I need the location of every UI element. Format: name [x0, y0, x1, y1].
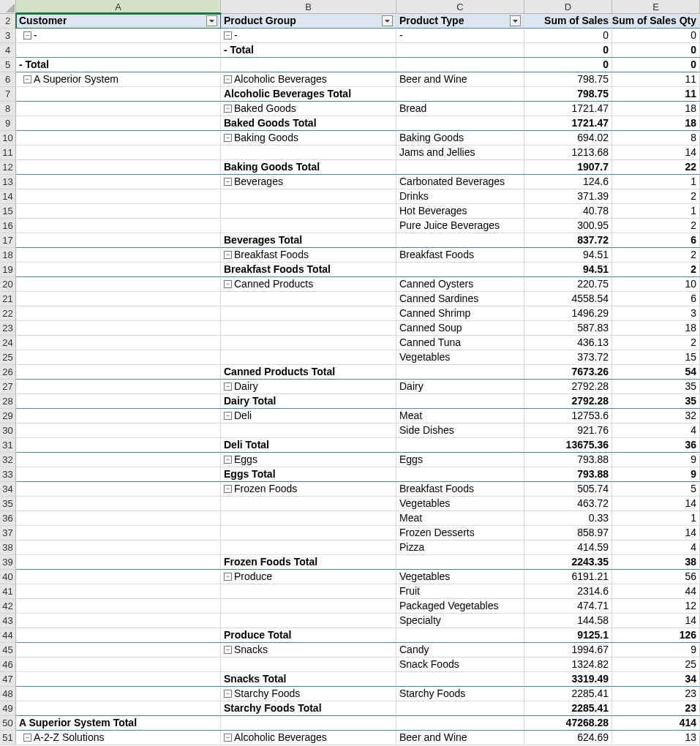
cell-sum-sales[interactable]: 798.75 — [524, 72, 612, 87]
cell-sum-qty[interactable]: 6 — [612, 292, 700, 306]
column-header-D[interactable]: D — [524, 0, 612, 14]
cell-sum-sales[interactable]: 1721.47 — [524, 116, 612, 131]
cell-customer[interactable] — [16, 467, 221, 482]
cell-product-type[interactable] — [396, 116, 524, 131]
collapse-customer[interactable]: − — [23, 31, 31, 39]
cell-sum-qty[interactable]: 126 — [612, 628, 700, 643]
cell-customer[interactable] — [16, 628, 221, 643]
cell-sum-sales[interactable]: 1907.7 — [524, 160, 612, 175]
cell-customer[interactable] — [16, 511, 221, 526]
cell-customer[interactable]: −A Superior System — [16, 72, 221, 87]
cell-sum-qty[interactable]: 11 — [612, 87, 700, 102]
cell-sum-sales[interactable]: 587.83 — [524, 321, 612, 336]
cell-sum-sales[interactable]: 9125.1 — [524, 628, 612, 643]
cell-product-group[interactable] — [221, 511, 396, 526]
pivot-header-sum-qty[interactable]: Sum of Sales Qty — [612, 14, 700, 29]
row-header[interactable]: 35 — [0, 497, 16, 511]
row-header[interactable]: 20 — [0, 277, 16, 292]
filter-customer[interactable] — [206, 15, 217, 26]
cell-product-type[interactable]: Snack Foods — [396, 658, 524, 672]
cell-product-type[interactable]: Vegetables — [396, 570, 524, 584]
cell-sum-sales[interactable]: 13675.36 — [524, 438, 612, 453]
cell-sum-sales[interactable]: 2314.6 — [524, 584, 612, 599]
cell-product-type[interactable] — [396, 233, 524, 248]
cell-sum-qty[interactable]: 1 — [612, 175, 700, 189]
cell-product-group[interactable]: Canned Products Total — [221, 365, 396, 380]
cell-sum-qty[interactable]: 2 — [612, 263, 700, 277]
cell-sum-sales[interactable]: 371.39 — [524, 189, 612, 204]
cell-product-group[interactable]: Beverages Total — [221, 233, 396, 248]
cell-sum-qty[interactable]: 2 — [612, 248, 700, 263]
cell-product-type[interactable] — [396, 672, 524, 687]
cell-product-group[interactable]: Snacks Total — [221, 672, 396, 687]
row-header[interactable]: 45 — [0, 643, 16, 658]
cell-customer[interactable] — [16, 643, 221, 658]
cell-product-type[interactable]: Meat — [396, 409, 524, 423]
cell-product-group[interactable] — [221, 306, 396, 321]
column-header-B[interactable]: B — [221, 0, 396, 14]
cell-sum-sales[interactable]: 1994.67 — [524, 643, 612, 658]
cell-sum-qty[interactable]: 56 — [612, 570, 700, 584]
cell-customer[interactable] — [16, 160, 221, 175]
cell-product-type[interactable]: Starchy Foods — [396, 687, 524, 701]
cell-customer[interactable] — [16, 175, 221, 189]
collapse-product-group[interactable]: − — [224, 412, 232, 420]
cell-sum-sales[interactable]: 624.69 — [524, 731, 612, 745]
cell-sum-sales[interactable]: 463.72 — [524, 497, 612, 511]
cell-product-group[interactable] — [221, 658, 396, 672]
row-header[interactable]: 19 — [0, 263, 16, 277]
cell-customer[interactable] — [16, 540, 221, 555]
cell-product-group[interactable] — [221, 716, 396, 731]
row-header[interactable]: 42 — [0, 599, 16, 614]
cell-product-group[interactable] — [221, 146, 396, 160]
cell-product-group[interactable]: −Breakfast Foods — [221, 248, 396, 263]
cell-sum-sales[interactable]: 1213.68 — [524, 146, 612, 160]
row-header[interactable]: 22 — [0, 306, 16, 321]
cell-product-group[interactable] — [221, 350, 396, 365]
cell-product-group[interactable] — [221, 497, 396, 511]
row-header[interactable]: 38 — [0, 540, 16, 555]
cell-customer[interactable] — [16, 204, 221, 219]
cell-customer[interactable] — [16, 453, 221, 467]
cell-sum-qty[interactable]: 44 — [612, 584, 700, 599]
collapse-product-group[interactable]: − — [224, 485, 232, 493]
cell-sum-sales[interactable]: 2243.35 — [524, 555, 612, 570]
cell-product-group[interactable]: −Alcoholic Beverages — [221, 72, 396, 87]
cell-sum-sales[interactable]: 1324.82 — [524, 658, 612, 672]
cell-product-type[interactable]: Packaged Vegetables — [396, 599, 524, 614]
cell-product-group[interactable]: −Starchy Foods — [221, 687, 396, 701]
collapse-product-group[interactable]: − — [224, 280, 232, 288]
cell-customer[interactable] — [16, 423, 221, 438]
cell-sum-sales[interactable]: 373.72 — [524, 350, 612, 365]
cell-customer[interactable] — [16, 102, 221, 116]
row-header[interactable]: 49 — [0, 701, 16, 716]
cell-product-type[interactable]: Canned Oysters — [396, 277, 524, 292]
row-header[interactable]: 50 — [0, 716, 16, 731]
cell-customer[interactable] — [16, 584, 221, 599]
row-header[interactable]: 36 — [0, 511, 16, 526]
cell-customer[interactable] — [16, 43, 221, 58]
cell-product-group[interactable] — [221, 189, 396, 204]
cell-product-group[interactable]: Dairy Total — [221, 394, 396, 409]
cell-sum-qty[interactable]: 25 — [612, 658, 700, 672]
row-header[interactable]: 3 — [0, 29, 16, 43]
cell-product-group[interactable]: −Dairy — [221, 380, 396, 394]
cell-customer[interactable] — [16, 248, 221, 263]
row-header[interactable]: 39 — [0, 555, 16, 570]
pivot-header-sum-sales[interactable]: Sum of Sales — [524, 14, 612, 29]
cell-sum-qty[interactable]: 14 — [612, 614, 700, 628]
cell-product-group[interactable]: −Baked Goods — [221, 102, 396, 116]
cell-customer[interactable]: −A-2-Z Solutions — [16, 731, 221, 745]
cell-product-group[interactable] — [221, 526, 396, 540]
collapse-product-group[interactable]: − — [224, 456, 232, 464]
cell-product-group[interactable]: Alcoholic Beverages Total — [221, 87, 396, 102]
cell-product-type[interactable] — [396, 160, 524, 175]
cell-product-type[interactable]: Baking Goods — [396, 131, 524, 146]
cell-sum-sales[interactable]: 837.72 — [524, 233, 612, 248]
row-header[interactable]: 13 — [0, 175, 16, 189]
collapse-product-group[interactable]: − — [224, 75, 232, 83]
cell-product-type[interactable]: Breakfast Foods — [396, 482, 524, 497]
row-header[interactable]: 2 — [0, 14, 16, 29]
cell-sum-sales[interactable]: 793.88 — [524, 467, 612, 482]
row-header[interactable]: 34 — [0, 482, 16, 497]
